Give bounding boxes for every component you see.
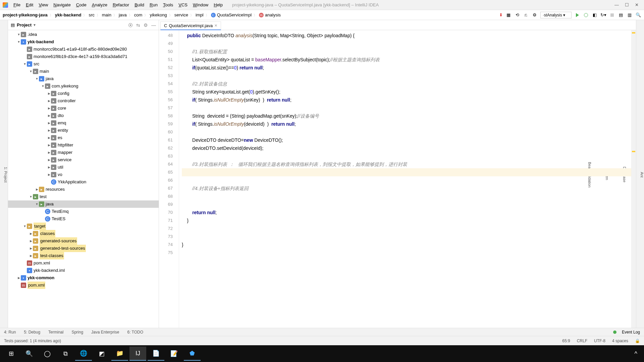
run-config-dropdown[interactable]: ·stAnalysis ▾ <box>540 12 572 18</box>
stop-button[interactable] <box>609 12 615 18</box>
bottom-tool-button[interactable]: 5: Debug <box>24 330 40 335</box>
error-stripe[interactable] <box>631 30 636 328</box>
tree-node[interactable]: ▶▸generated-test-sources <box>8 245 159 252</box>
coverage-button[interactable]: ◧ <box>592 12 598 18</box>
tree-arrow-icon[interactable]: ▶ <box>47 105 51 112</box>
tree-node[interactable]: ▼▸java <box>8 200 159 208</box>
code-line[interactable] <box>182 152 633 160</box>
tree-node[interactable]: ▶▪ykk-common <box>8 274 159 282</box>
menu-window[interactable]: Window <box>190 2 211 7</box>
tree-node[interactable]: ▶▸service <box>8 156 159 164</box>
target-icon[interactable]: ⦿ <box>128 22 133 28</box>
maximize-icon[interactable]: ☐ <box>625 2 629 7</box>
tree-arrow-icon[interactable]: ▶ <box>47 119 51 127</box>
tree-arrow-icon[interactable]: ▶ <box>47 112 51 119</box>
start-button[interactable]: ⊞ <box>3 347 19 361</box>
breadcrumb-item[interactable]: project-yikekong-java <box>3 12 48 17</box>
tree-arrow-icon[interactable]: ▼ <box>35 75 39 82</box>
explorer-taskbar-icon[interactable]: 📁 <box>111 347 128 361</box>
tree-arrow-icon[interactable]: ▼ <box>29 68 33 75</box>
tree-node[interactable]: CYkkApplication <box>8 178 159 186</box>
breadcrumb-method[interactable]: analysis <box>265 12 281 17</box>
menu-analyze[interactable]: Analyze <box>89 2 110 7</box>
code-line[interactable] <box>182 192 633 200</box>
warning-marker[interactable] <box>632 32 635 34</box>
breadcrumb-item[interactable]: src <box>89 12 94 17</box>
event-log-button[interactable]: Event Log <box>622 330 640 335</box>
menu-help[interactable]: Help <box>211 2 225 7</box>
tree-arrow-icon[interactable]: ▶ <box>47 149 51 156</box>
tree-node[interactable]: ▶▸dto <box>8 112 159 119</box>
tree-node[interactable]: ▼▸com.yikekong <box>8 82 159 90</box>
tree-node[interactable]: ▼▸test <box>8 193 159 200</box>
tree-arrow-icon[interactable]: ▶ <box>35 186 39 193</box>
menu-build[interactable]: Build <box>132 2 147 7</box>
tree-arrow-icon[interactable]: ▼ <box>35 200 39 208</box>
line-separator[interactable]: CRLF <box>577 339 587 343</box>
layout-icon[interactable]: ▤ <box>618 12 624 18</box>
tool-window-button[interactable]: Ant <box>640 172 644 178</box>
tree-arrow-icon[interactable]: ▶ <box>47 134 51 141</box>
tree-arrow-icon[interactable]: ▼ <box>41 82 45 90</box>
search-button[interactable]: 🔍 <box>21 347 38 361</box>
tree-node[interactable]: ▶▸entity <box>8 127 159 134</box>
code-line[interactable]: } <box>182 241 633 249</box>
tree-node[interactable]: ▶▸emq <box>8 119 159 127</box>
tree-node[interactable]: ▸monitorcc9bcaf1-e1a9-418f-af5c-880ded09… <box>8 46 159 53</box>
menu-navigate[interactable]: Navigate <box>51 2 73 7</box>
breadcrumb-item[interactable]: com <box>134 12 143 17</box>
chevron-down-icon[interactable]: ▼ <box>33 23 36 27</box>
code-line[interactable] <box>182 225 633 233</box>
tree-node[interactable]: ▼▸src <box>8 60 159 68</box>
tree-node[interactable]: ▸monitore61f8b19-d3ce-4e17-a159-83ca3da6… <box>8 53 159 60</box>
code-line[interactable] <box>182 40 633 48</box>
search-icon[interactable]: 🔍 <box>635 12 641 18</box>
lock-icon[interactable]: 🔒 <box>635 339 640 343</box>
tree-arrow-icon[interactable]: ▶ <box>29 237 33 245</box>
code-line[interactable] <box>182 168 633 176</box>
warning-marker[interactable] <box>632 151 635 152</box>
menu-run[interactable]: Run <box>147 2 160 7</box>
collapse-icon[interactable]: ⇆ <box>136 22 140 28</box>
tree-arrow-icon[interactable]: ▶ <box>29 245 33 252</box>
tree-node[interactable]: CTestES <box>8 215 159 223</box>
tree-arrow-icon[interactable]: ▼ <box>23 223 27 230</box>
toolbar-icon[interactable]: ⟲ <box>514 12 520 18</box>
tree-arrow-icon[interactable]: ▶ <box>29 252 33 259</box>
app-taskbar-icon[interactable]: 📄 <box>148 347 164 361</box>
breadcrumb-item[interactable]: service <box>174 12 188 17</box>
bottom-tool-button[interactable]: 6: TODO <box>127 330 143 335</box>
tree-node[interactable]: ▼▪ykk-backend <box>8 38 159 46</box>
breadcrumb-class[interactable]: QuotaServiceImpl <box>217 12 252 17</box>
menu-file[interactable]: File <box>11 2 23 7</box>
run-button[interactable] <box>574 12 580 18</box>
bottom-tool-button[interactable]: Java Enterprise <box>91 330 119 335</box>
code-line[interactable]: if( Strings.isNullOrEmpty(snKey) ) retur… <box>182 96 633 104</box>
tree-node[interactable]: ▶▸classes <box>8 230 159 237</box>
code-line[interactable]: DeviceDTO deviceDTO=new DeviceDTO(); <box>182 136 633 144</box>
code-line[interactable]: if(quotaList.size()==0) return null; <box>182 64 633 72</box>
breadcrumb-item[interactable]: java <box>119 12 127 17</box>
menu-tools[interactable]: Tools <box>160 2 176 7</box>
code-line[interactable]: deviceDTO.setDeviceId(deviceId); <box>182 144 633 152</box>
tree-arrow-icon[interactable]: ▼ <box>17 31 21 38</box>
toolbar-icon[interactable]: ⎌ <box>523 12 529 18</box>
code-line[interactable]: return null; <box>182 208 633 217</box>
tree-arrow-icon[interactable]: ▼ <box>23 60 27 68</box>
code-line[interactable] <box>182 72 633 80</box>
tree-arrow-icon[interactable]: ▼ <box>29 193 33 200</box>
code-line[interactable]: //2.封装设备信息 <box>182 80 633 88</box>
code-line[interactable] <box>182 128 633 136</box>
code-line[interactable] <box>182 249 633 257</box>
tree-node[interactable]: CTestEmq <box>8 208 159 215</box>
tree-arrow-icon[interactable]: ▶ <box>47 171 51 178</box>
code-line[interactable]: if( Strings.isNullOrEmpty(deviceId) ) re… <box>182 120 633 128</box>
menu-edit[interactable]: Edit <box>23 2 36 7</box>
menu-code[interactable]: Code <box>73 2 89 7</box>
layout-icon[interactable]: ▥ <box>627 12 633 18</box>
close-tab-icon[interactable]: ✕ <box>214 23 217 28</box>
caret-position[interactable]: 65:9 <box>562 339 570 343</box>
code-line[interactable]: } <box>182 217 633 225</box>
tree-arrow-icon[interactable]: ▶ <box>47 90 51 97</box>
indent-setting[interactable]: 4 spaces <box>612 339 628 343</box>
